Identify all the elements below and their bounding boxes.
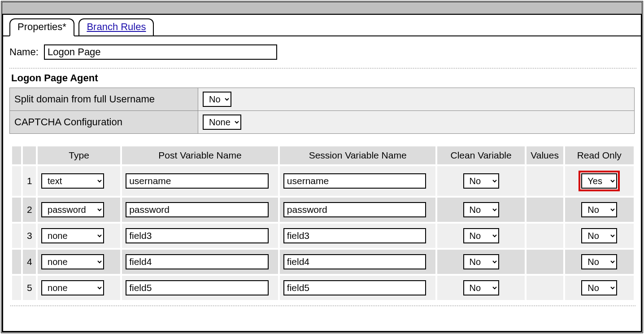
post-variable-input[interactable] — [126, 202, 268, 217]
session-variable-input[interactable] — [283, 202, 426, 217]
table-row: 5noneNoNo — [12, 276, 634, 300]
clean-variable-select[interactable]: No — [463, 280, 499, 295]
row-index: 5 — [23, 276, 36, 300]
row-handle[interactable] — [12, 250, 21, 274]
split-domain-value-cell: No — [198, 88, 635, 111]
name-label: Name: — [9, 46, 39, 57]
session-variable-input[interactable] — [283, 254, 426, 269]
row-handle[interactable] — [12, 198, 21, 222]
row-handle[interactable] — [12, 166, 21, 196]
col-header-index — [23, 146, 36, 164]
values-cell — [527, 250, 563, 274]
session-variable-input[interactable] — [283, 280, 426, 295]
tab-properties-label: Properties* — [17, 21, 66, 32]
col-header-readonly: Read Only — [565, 146, 634, 164]
agent-settings-table: Split domain from full Username No CAPTC… — [9, 88, 635, 134]
col-header-type: Type — [38, 146, 120, 164]
read-only-select[interactable]: Yes — [581, 173, 617, 189]
clean-variable-select[interactable]: No — [463, 254, 499, 269]
table-row: 1textNoYes — [12, 166, 634, 196]
bottom-separator — [10, 305, 635, 306]
panel-body: Properties* Branch Rules Name: Logon Pag… — [2, 14, 642, 332]
section-title: Logon Page Agent — [11, 72, 636, 84]
tab-branch-rules[interactable]: Branch Rules — [78, 18, 154, 35]
separator — [9, 68, 636, 69]
tabs-row: Properties* Branch Rules — [3, 18, 641, 36]
clean-variable-select[interactable]: No — [463, 202, 499, 217]
col-header-clean: Clean Variable — [437, 146, 524, 164]
col-header-values: Values — [527, 146, 563, 164]
tab-properties[interactable]: Properties* — [9, 18, 74, 36]
read-only-select[interactable]: No — [581, 202, 617, 217]
clean-variable-select[interactable]: No — [463, 173, 499, 189]
window-titlebar — [2, 2, 642, 14]
session-variable-input[interactable] — [283, 228, 426, 243]
col-header-handle — [12, 146, 21, 164]
row-index: 4 — [23, 250, 36, 274]
post-variable-input[interactable] — [126, 228, 268, 243]
type-select[interactable]: none — [41, 254, 104, 269]
split-domain-label: Split domain from full Username — [10, 88, 198, 111]
session-variable-input[interactable] — [283, 173, 426, 189]
type-select[interactable]: none — [41, 228, 104, 243]
row-index: 1 — [23, 166, 36, 196]
captcha-value-cell: None — [198, 111, 635, 134]
row-index: 3 — [23, 224, 36, 248]
post-variable-input[interactable] — [126, 280, 268, 295]
post-variable-input[interactable] — [126, 173, 268, 189]
fields-table: Type Post Variable Name Session Variable… — [10, 145, 635, 302]
values-cell — [527, 166, 563, 196]
clean-variable-select[interactable]: No — [463, 228, 499, 243]
read-only-select[interactable]: No — [581, 280, 617, 295]
values-cell — [527, 198, 563, 222]
table-row: 2passwordNoNo — [12, 198, 634, 222]
type-select[interactable]: password — [41, 202, 104, 217]
fields-header-row: Type Post Variable Name Session Variable… — [12, 146, 634, 164]
name-row: Name: — [9, 44, 636, 60]
table-row: 3noneNoNo — [12, 224, 634, 248]
col-header-post: Post Variable Name — [122, 146, 278, 164]
read-only-select[interactable]: No — [581, 254, 617, 269]
type-select[interactable]: text — [41, 173, 104, 189]
row-handle[interactable] — [12, 224, 21, 248]
row-index: 2 — [23, 198, 36, 222]
read-only-select[interactable]: No — [581, 228, 617, 243]
type-select[interactable]: none — [41, 280, 104, 295]
window-frame: Properties* Branch Rules Name: Logon Pag… — [1, 1, 643, 333]
read-only-highlight: Yes — [579, 171, 620, 191]
name-input[interactable] — [44, 44, 277, 60]
tab-branch-rules-link[interactable]: Branch Rules — [87, 21, 146, 32]
split-domain-select[interactable]: No — [203, 92, 231, 107]
values-cell — [527, 276, 563, 300]
post-variable-input[interactable] — [126, 254, 268, 269]
captcha-select[interactable]: None — [203, 115, 241, 130]
row-handle[interactable] — [12, 276, 21, 300]
captcha-label: CAPTCHA Configuration — [10, 111, 198, 134]
table-row: 4noneNoNo — [12, 250, 634, 274]
values-cell — [527, 224, 563, 248]
col-header-session: Session Variable Name — [280, 146, 436, 164]
